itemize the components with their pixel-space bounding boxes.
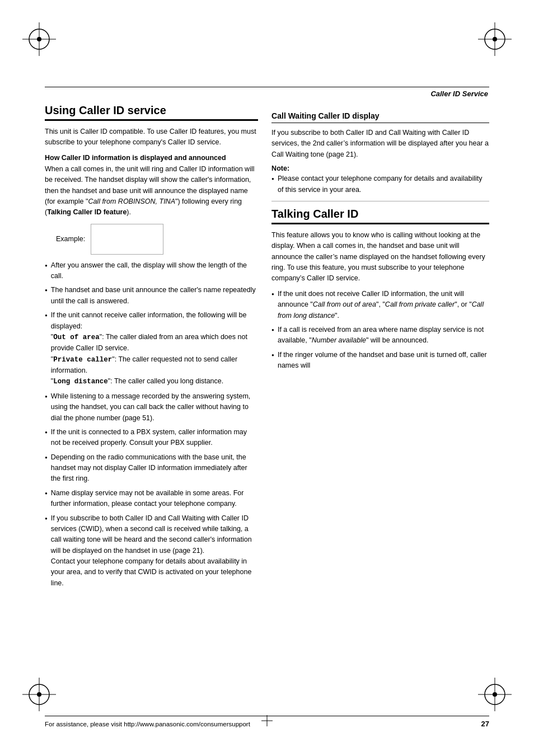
header-rule — [45, 87, 489, 87]
talking-bullet-1: If the unit does not receive Caller ID i… — [271, 289, 489, 321]
bullet-item-answer: After you answer the call, the display w… — [45, 260, 258, 282]
how-subheading: How Caller ID information is displayed a… — [45, 154, 258, 162]
talking-paragraph: This feature allows you to know who is c… — [271, 230, 489, 284]
note-bullet-list: Please contact your telephone company fo… — [271, 173, 489, 195]
svg-point-7 — [493, 37, 497, 41]
talking-bullet-2: If a call is received from an area where… — [271, 325, 489, 346]
bullet-item-announce: The handset and base unit announce the c… — [45, 285, 258, 307]
section-divider — [271, 201, 489, 201]
left-bullet-list: After you answer the call, the display w… — [45, 260, 258, 589]
footer-assistance-text: For assistance, please visit http://www.… — [45, 721, 250, 727]
cwid-section-title: Call Waiting Caller ID display — [271, 111, 489, 123]
footer-page-number: 27 — [481, 720, 489, 728]
example-label: Example: — [56, 235, 85, 243]
bullet-item-name-display: Name display service may not be availabl… — [45, 488, 258, 510]
bullet-item-radio: Depending on the radio communications wi… — [45, 452, 258, 485]
example-row: Example: — [56, 224, 258, 255]
left-column: Using Caller ID service This unit is Cal… — [45, 104, 258, 694]
note-bullet-item: Please contact your telephone company fo… — [271, 173, 489, 195]
svg-point-11 — [37, 692, 41, 697]
svg-point-15 — [493, 692, 497, 697]
bullet-item-cannot-receive: If the unit cannot receive caller inform… — [45, 310, 258, 388]
page-header-title: Caller ID Service — [430, 90, 488, 98]
example-display-box — [91, 224, 163, 255]
talking-bullet-list: If the unit does not receive Caller ID i… — [271, 289, 489, 372]
bullet-item-message: While listening to a message recorded by… — [45, 391, 258, 424]
talking-section-title: Talking Caller ID — [271, 207, 489, 224]
svg-point-3 — [37, 37, 41, 41]
main-content: Using Caller ID service This unit is Cal… — [45, 104, 489, 694]
corner-mark-tl — [22, 22, 56, 56]
bullet-item-cwid: If you subscribe to both Caller ID and C… — [45, 513, 258, 589]
talking-bullet-3: If the ringer volume of the handset and … — [271, 350, 489, 372]
note-label: Note: — [271, 165, 489, 172]
bullet-item-pbx: If the unit is connected to a PBX system… — [45, 427, 258, 449]
page: Caller ID Service Using Caller ID servic… — [0, 0, 534, 756]
right-column: Call Waiting Caller ID display If you su… — [271, 104, 489, 694]
how-paragraph: When a call comes in, the unit will ring… — [45, 164, 258, 218]
cwid-paragraph: If you subscribe to both Caller ID and C… — [271, 128, 489, 160]
main-section-title: Using Caller ID service — [45, 104, 258, 121]
corner-mark-tr — [478, 22, 512, 56]
footer-center-mark — [261, 715, 273, 728]
intro-paragraph: This unit is Caller ID compatible. To us… — [45, 126, 258, 148]
